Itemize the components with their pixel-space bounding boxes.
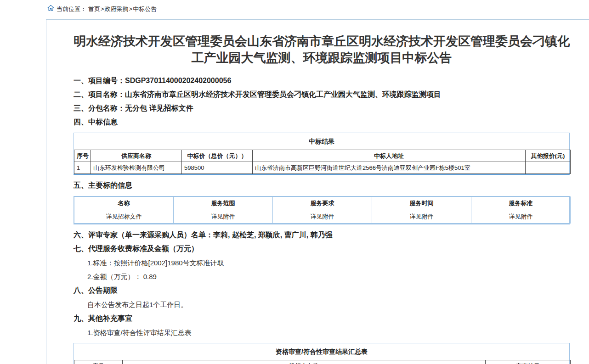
- subject-header-scope: 服务范围: [174, 197, 273, 210]
- subject-cell-name: 详见招标文件: [74, 210, 174, 224]
- section-agency-fee: 七、代理服务收费标准及金额（万元）: [74, 245, 570, 253]
- review-table-caption: 资格审查/符合性审查结果汇总表: [74, 343, 569, 360]
- review-header-seq: 序号: [74, 360, 123, 364]
- breadcrumb-link-award-notice[interactable]: 中标公告: [133, 5, 157, 13]
- page-title: 明水经济技术开发区管理委员会山东省济南市章丘区明水经济技术开发区管理委员会刁镇化…: [74, 33, 570, 66]
- award-header-address: 中标人地址: [253, 150, 526, 162]
- subject-header-time: 服务时间: [372, 197, 471, 210]
- subject-cell-scope: 详见附件: [174, 210, 273, 224]
- section-experts: 六、评审专家（单一来源采购人员）名单：李莉, 赵松芝, 郑颖欣, 曹广川, 韩乃…: [74, 231, 570, 239]
- award-table-row: 1 山东环发检验检测有限公司 598500 山东省济南市高新区巨野河街道世纪大道…: [74, 162, 571, 174]
- award-header-seq: 序号: [74, 150, 91, 162]
- award-cell-seq: 1: [74, 162, 91, 174]
- review-header-bidder: 投标人名称: [123, 360, 486, 364]
- award-table-header-row: 序号 供应商名称 中标价（总价（元）） 中标人地址 其他报价(元): [74, 150, 571, 162]
- breadcrumb-label: 当前位置：: [57, 5, 86, 13]
- home-icon[interactable]: [47, 5, 54, 13]
- agency-fee-amount: 2.金额（万元）： 0.89: [87, 273, 570, 280]
- section-announcement-period: 八、公告期限: [74, 286, 570, 295]
- breadcrumb-separator-1: >: [101, 5, 104, 13]
- breadcrumb-separator-2: >: [129, 5, 133, 13]
- review-table-header-row: 序号 投标人名称 审查结果: [74, 360, 571, 364]
- section-other-matters: 九、其他补充事宜: [74, 314, 570, 323]
- award-cell-supplier: 山东环发检验检测有限公司: [91, 162, 182, 174]
- award-cell-address: 山东省济南市高新区巨野河街道世纪大道2566号济南迪亚双创产业园F栋5楼501室: [253, 162, 526, 174]
- award-cell-other-quote: [526, 162, 571, 174]
- award-header-price: 中标价（总价（元））: [182, 150, 253, 162]
- qualification-review-table: 资格审查/符合性审查结果汇总表 序号 投标人名称 审查结果: [74, 343, 570, 364]
- content-panel: 明水经济技术开发区管理委员会山东省济南市章丘区明水经济技术开发区管理委员会刁镇化…: [46, 19, 589, 364]
- subject-cell-time: 详见附件: [372, 210, 471, 224]
- subject-cell-standard: 详见附件: [471, 210, 571, 224]
- subject-header-name: 名称: [74, 197, 174, 210]
- other-matters-item-1: 1.资格审查/符合性评审结果汇总表: [87, 329, 570, 336]
- section-project-name: 二、项目名称：山东省济南市章丘区明水经济技术开发区管理委员会刁镇化工产业园大气监…: [74, 90, 570, 99]
- award-header-other-quote: 其他报价(元): [526, 150, 571, 162]
- subject-table-row: 详见招标文件 详见附件 详见附件 详见附件 详见附件: [74, 210, 571, 224]
- section-subject-info: 五、主要标的信息: [74, 181, 570, 190]
- section-project-number: 一、项目编号：SDGP370114000202402000056: [74, 77, 570, 85]
- award-result-table: 中标结果 序号 供应商名称 中标价（总价（元）） 中标人地址 其他报价(元) 1: [74, 133, 570, 175]
- award-table-caption: 中标结果: [74, 133, 569, 150]
- subject-header-standard: 服务标准: [471, 197, 571, 210]
- announcement-body: 明水经济技术开发区管理委员会山东省济南市章丘区明水经济技术开发区管理委员会刁镇化…: [74, 33, 570, 364]
- section-award-info: 四、中标信息: [74, 118, 570, 126]
- breadcrumb-link-home[interactable]: 首页: [88, 5, 100, 13]
- award-cell-price: 598500: [182, 162, 253, 174]
- award-header-supplier: 供应商名称: [91, 150, 182, 162]
- section-package-name: 三、分包名称：无分包 详见招标文件: [74, 104, 570, 112]
- subject-info-table: 名称 服务范围 服务要求 服务时间 服务标准 详见招标文件 详见附件 详见附件 …: [74, 196, 570, 224]
- announcement-period-text: 自本公告发布之日起1个工作日。: [87, 301, 570, 308]
- breadcrumb: 当前位置： 首页 > 政府采购 > 中标公告: [47, 5, 157, 13]
- agency-fee-standard: 1.标准：按照计价格[2002]1980号文标准计取: [87, 259, 570, 267]
- review-header-result: 审查结果: [486, 360, 571, 364]
- subject-header-requirement: 服务要求: [273, 197, 372, 210]
- breadcrumb-link-procurement[interactable]: 政府采购: [105, 5, 129, 13]
- subject-cell-requirement: 详见附件: [273, 210, 372, 224]
- subject-table-header-row: 名称 服务范围 服务要求 服务时间 服务标准: [74, 197, 571, 210]
